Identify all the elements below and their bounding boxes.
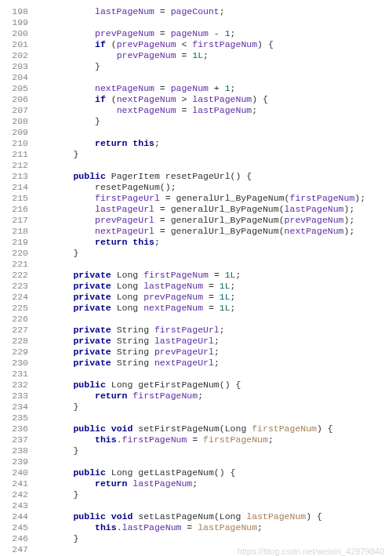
code-content: prevPageUrl = generalUrl_ByPageNum(prevP… bbox=[41, 215, 386, 226]
code-line[interactable]: 237 this.firstPageNum = firstPageNum; bbox=[0, 434, 386, 445]
code-content: public Long getLastPageNum() { bbox=[41, 467, 386, 478]
line-number: 202 bbox=[0, 50, 41, 61]
code-line[interactable]: 227 private String firstPageUrl; bbox=[0, 325, 386, 336]
code-content: resetPageNum(); bbox=[41, 182, 386, 193]
code-line[interactable]: 226 bbox=[0, 314, 386, 325]
line-number: 218 bbox=[0, 226, 41, 237]
line-number: 216 bbox=[0, 204, 41, 215]
code-line[interactable]: 246 } bbox=[0, 533, 386, 544]
code-content: } bbox=[41, 61, 386, 72]
line-number: 235 bbox=[0, 412, 41, 423]
line-number: 238 bbox=[0, 445, 41, 456]
code-line[interactable]: 201 if (prevPageNum < firstPageNum) { bbox=[0, 39, 386, 50]
code-content: private String firstPageUrl; bbox=[41, 325, 386, 336]
line-number: 211 bbox=[0, 149, 41, 160]
code-line[interactable]: 203 } bbox=[0, 61, 386, 72]
line-number: 245 bbox=[0, 522, 41, 533]
code-content bbox=[41, 72, 386, 83]
code-line[interactable]: 224 private Long prevPageNum = 1L; bbox=[0, 292, 386, 303]
code-line[interactable]: 238 } bbox=[0, 445, 386, 456]
line-number: 243 bbox=[0, 500, 41, 511]
line-number: 210 bbox=[0, 138, 41, 149]
code-content: this.firstPageNum = firstPageNum; bbox=[41, 434, 386, 445]
code-line[interactable]: 198 lastPageNum = pageCount; bbox=[0, 6, 386, 17]
code-content bbox=[41, 314, 386, 325]
code-content: nextPageNum = lastPageNum; bbox=[41, 105, 386, 116]
code-line[interactable]: 232 public Long getFirstPageNum() { bbox=[0, 380, 386, 391]
line-number: 198 bbox=[0, 6, 41, 17]
code-line[interactable]: 208 } bbox=[0, 116, 386, 127]
code-line[interactable]: 206 if (nextPageNum > lastPageNum) { bbox=[0, 94, 386, 105]
line-number: 236 bbox=[0, 423, 41, 434]
line-number: 246 bbox=[0, 533, 41, 544]
line-number: 228 bbox=[0, 336, 41, 347]
code-line[interactable]: 230 private String nextPageUrl; bbox=[0, 358, 386, 369]
code-line[interactable]: 219 return this; bbox=[0, 237, 386, 248]
line-number: 227 bbox=[0, 325, 41, 336]
code-line[interactable]: 220 } bbox=[0, 248, 386, 259]
code-line[interactable]: 213 public PagerItem resetPageUrl() { bbox=[0, 171, 386, 182]
code-line[interactable]: 210 return this; bbox=[0, 138, 386, 149]
code-line[interactable]: 223 private Long lastPageNum = 1L; bbox=[0, 281, 386, 292]
code-line[interactable]: 229 private String prevPageUrl; bbox=[0, 347, 386, 358]
line-number: 242 bbox=[0, 489, 41, 500]
code-content: private Long prevPageNum = 1L; bbox=[41, 292, 386, 303]
code-content: private String lastPageUrl; bbox=[41, 336, 386, 347]
code-content: private Long firstPageNum = 1L; bbox=[41, 270, 386, 281]
line-number: 201 bbox=[0, 39, 41, 50]
code-content bbox=[41, 259, 386, 270]
code-line[interactable]: 240 public Long getLastPageNum() { bbox=[0, 467, 386, 478]
code-line[interactable]: 202 prevPageNum = 1L; bbox=[0, 50, 386, 61]
code-line[interactable]: 212 bbox=[0, 160, 386, 171]
line-number: 203 bbox=[0, 61, 41, 72]
line-number: 213 bbox=[0, 171, 41, 182]
line-number: 239 bbox=[0, 456, 41, 467]
code-line[interactable]: 234 } bbox=[0, 402, 386, 412]
code-line[interactable]: 233 return firstPageNum; bbox=[0, 391, 386, 402]
code-line[interactable]: 239 bbox=[0, 456, 386, 467]
code-content: lastPageUrl = generalUrl_ByPageNum(lastP… bbox=[41, 204, 386, 215]
line-number: 217 bbox=[0, 215, 41, 226]
code-line[interactable]: 204 bbox=[0, 72, 386, 83]
code-content bbox=[41, 127, 386, 138]
line-number: 205 bbox=[0, 83, 41, 94]
code-line[interactable]: 199 bbox=[0, 17, 386, 28]
line-number: 215 bbox=[0, 193, 41, 204]
code-line[interactable]: 205 nextPageNum = pageNum + 1; bbox=[0, 83, 386, 94]
code-line[interactable]: 207 nextPageNum = lastPageNum; bbox=[0, 105, 386, 116]
code-line[interactable]: 209 bbox=[0, 127, 386, 138]
code-line[interactable]: 247 bbox=[0, 544, 386, 555]
code-line[interactable]: 245 this.lastPageNum = lastPageNum; bbox=[0, 522, 386, 533]
code-line[interactable]: 243 bbox=[0, 500, 386, 511]
code-line[interactable]: 235 bbox=[0, 412, 386, 423]
code-line[interactable]: 222 private Long firstPageNum = 1L; bbox=[0, 270, 386, 281]
code-line[interactable]: 216 lastPageUrl = generalUrl_ByPageNum(l… bbox=[0, 204, 386, 215]
code-line[interactable]: 214 resetPageNum(); bbox=[0, 182, 386, 193]
code-line[interactable]: 215 firstPageUrl = generalUrl_ByPageNum(… bbox=[0, 193, 386, 204]
code-line[interactable]: 211 } bbox=[0, 149, 386, 160]
code-line[interactable]: 200 prevPageNum = pageNum - 1; bbox=[0, 28, 386, 39]
code-line[interactable]: 225 private Long nextPageNum = 1L; bbox=[0, 303, 386, 314]
line-number: 204 bbox=[0, 72, 41, 83]
code-content: nextPageUrl = generalUrl_ByPageNum(nextP… bbox=[41, 226, 386, 237]
code-content: this.lastPageNum = lastPageNum; bbox=[41, 522, 386, 533]
line-number: 209 bbox=[0, 127, 41, 138]
code-content: public Long getFirstPageNum() { bbox=[41, 380, 386, 391]
code-line[interactable]: 221 bbox=[0, 259, 386, 270]
code-line[interactable]: 218 nextPageUrl = generalUrl_ByPageNum(n… bbox=[0, 226, 386, 237]
line-number: 237 bbox=[0, 434, 41, 445]
code-line[interactable]: 217 prevPageUrl = generalUrl_ByPageNum(p… bbox=[0, 215, 386, 226]
code-content: if (prevPageNum < firstPageNum) { bbox=[41, 39, 386, 50]
code-line[interactable]: 244 public void setLastPageNum(Long last… bbox=[0, 511, 386, 522]
code-line[interactable]: 236 public void setFirstPageNum(Long fir… bbox=[0, 423, 386, 434]
line-number: 240 bbox=[0, 467, 41, 478]
line-number: 212 bbox=[0, 160, 41, 171]
line-number: 200 bbox=[0, 28, 41, 39]
code-content: if (nextPageNum > lastPageNum) { bbox=[41, 94, 386, 105]
code-line[interactable]: 228 private String lastPageUrl; bbox=[0, 336, 386, 347]
code-content: public PagerItem resetPageUrl() { bbox=[41, 171, 386, 182]
code-line[interactable]: 242 } bbox=[0, 489, 386, 500]
code-line[interactable]: 231 bbox=[0, 369, 386, 380]
code-line[interactable]: 241 return lastPageNum; bbox=[0, 478, 386, 489]
line-number: 247 bbox=[0, 544, 41, 555]
